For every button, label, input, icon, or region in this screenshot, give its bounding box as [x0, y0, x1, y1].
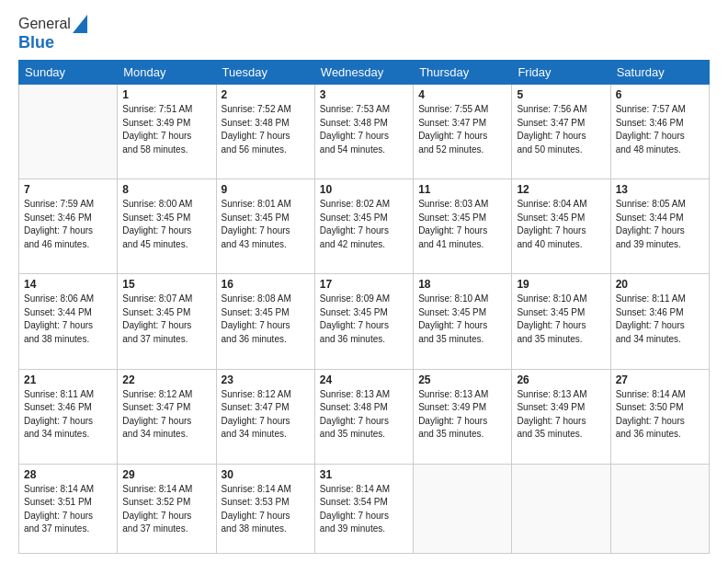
day-number: 11 [418, 183, 506, 196]
day-cell: 29Sunrise: 8:14 AM Sunset: 3:52 PM Dayli… [118, 464, 216, 553]
day-info: Sunrise: 8:10 AM Sunset: 3:45 PM Dayligh… [418, 293, 506, 346]
day-info: Sunrise: 8:04 AM Sunset: 3:45 PM Dayligh… [517, 198, 605, 251]
day-cell: 19Sunrise: 8:10 AM Sunset: 3:45 PM Dayli… [512, 274, 610, 369]
day-info: Sunrise: 8:12 AM Sunset: 3:47 PM Dayligh… [122, 388, 210, 442]
logo-blue-text: Blue [18, 33, 54, 52]
day-cell: 17Sunrise: 8:09 AM Sunset: 3:45 PM Dayli… [314, 274, 413, 369]
weekday-header-wednesday: Wednesday [314, 61, 413, 85]
day-number: 29 [122, 468, 210, 481]
day-info: Sunrise: 8:11 AM Sunset: 3:46 PM Dayligh… [24, 388, 112, 442]
weekday-header-thursday: Thursday [414, 61, 512, 85]
week-row-4: 28Sunrise: 8:14 AM Sunset: 3:51 PM Dayli… [19, 464, 710, 553]
day-cell: 7Sunrise: 7:59 AM Sunset: 3:46 PM Daylig… [19, 179, 118, 274]
day-cell: 31Sunrise: 8:14 AM Sunset: 3:54 PM Dayli… [314, 464, 413, 553]
day-cell: 10Sunrise: 8:02 AM Sunset: 3:45 PM Dayli… [314, 179, 413, 274]
day-number: 25 [418, 373, 506, 386]
day-number: 2 [222, 88, 310, 101]
day-number: 19 [517, 278, 605, 291]
svg-marker-0 [73, 15, 87, 33]
logo: General Blue [18, 15, 87, 52]
day-info: Sunrise: 8:09 AM Sunset: 3:45 PM Dayligh… [320, 293, 408, 346]
day-number: 4 [418, 88, 506, 101]
day-info: Sunrise: 8:11 AM Sunset: 3:46 PM Dayligh… [616, 293, 704, 346]
day-cell: 26Sunrise: 8:13 AM Sunset: 3:49 PM Dayli… [512, 369, 610, 464]
day-number: 12 [517, 183, 605, 196]
day-number: 10 [320, 183, 408, 196]
day-cell: 5Sunrise: 7:56 AM Sunset: 3:47 PM Daylig… [512, 85, 610, 179]
day-number: 23 [222, 373, 310, 386]
logo-general-text: General [18, 16, 71, 32]
day-cell: 2Sunrise: 7:52 AM Sunset: 3:48 PM Daylig… [216, 85, 314, 179]
day-cell: 25Sunrise: 8:13 AM Sunset: 3:49 PM Dayli… [414, 369, 512, 464]
day-info: Sunrise: 8:00 AM Sunset: 3:45 PM Dayligh… [122, 198, 210, 251]
weekday-header-sunday: Sunday [19, 61, 118, 85]
day-cell: 15Sunrise: 8:07 AM Sunset: 3:45 PM Dayli… [118, 274, 216, 369]
day-cell: 13Sunrise: 8:05 AM Sunset: 3:44 PM Dayli… [610, 179, 709, 274]
day-number: 15 [122, 278, 210, 291]
day-info: Sunrise: 8:13 AM Sunset: 3:49 PM Dayligh… [418, 388, 506, 442]
day-info: Sunrise: 7:53 AM Sunset: 3:48 PM Dayligh… [320, 103, 408, 156]
day-number: 14 [24, 278, 112, 291]
day-info: Sunrise: 8:13 AM Sunset: 3:49 PM Dayligh… [517, 388, 605, 442]
week-row-0: 1Sunrise: 7:51 AM Sunset: 3:49 PM Daylig… [19, 85, 710, 179]
day-cell [19, 85, 118, 179]
day-info: Sunrise: 8:06 AM Sunset: 3:44 PM Dayligh… [24, 293, 112, 346]
day-number: 30 [222, 468, 310, 481]
day-info: Sunrise: 7:59 AM Sunset: 3:46 PM Dayligh… [24, 198, 112, 251]
day-info: Sunrise: 8:05 AM Sunset: 3:44 PM Dayligh… [616, 198, 704, 251]
calendar-table: SundayMondayTuesdayWednesdayThursdayFrid… [18, 60, 710, 554]
weekday-header-monday: Monday [118, 61, 216, 85]
week-row-1: 7Sunrise: 7:59 AM Sunset: 3:46 PM Daylig… [19, 179, 710, 274]
day-number: 28 [24, 468, 112, 481]
day-cell: 8Sunrise: 8:00 AM Sunset: 3:45 PM Daylig… [118, 179, 216, 274]
day-number: 3 [320, 88, 408, 101]
day-cell: 27Sunrise: 8:14 AM Sunset: 3:50 PM Dayli… [610, 369, 709, 464]
day-number: 24 [320, 373, 408, 386]
day-number: 5 [517, 88, 605, 101]
day-cell: 23Sunrise: 8:12 AM Sunset: 3:47 PM Dayli… [216, 369, 314, 464]
day-number: 9 [222, 183, 310, 196]
day-number: 20 [616, 278, 704, 291]
day-info: Sunrise: 7:55 AM Sunset: 3:47 PM Dayligh… [418, 103, 506, 156]
day-cell: 11Sunrise: 8:03 AM Sunset: 3:45 PM Dayli… [414, 179, 512, 274]
day-number: 7 [24, 183, 112, 196]
header-row: SundayMondayTuesdayWednesdayThursdayFrid… [19, 61, 710, 85]
day-cell: 9Sunrise: 8:01 AM Sunset: 3:45 PM Daylig… [216, 179, 314, 274]
day-number: 22 [122, 373, 210, 386]
day-cell [414, 464, 512, 553]
day-number: 27 [616, 373, 704, 386]
weekday-header-tuesday: Tuesday [216, 61, 314, 85]
day-info: Sunrise: 8:12 AM Sunset: 3:47 PM Dayligh… [222, 388, 310, 442]
day-number: 16 [222, 278, 310, 291]
day-cell: 1Sunrise: 7:51 AM Sunset: 3:49 PM Daylig… [118, 85, 216, 179]
day-cell: 24Sunrise: 8:13 AM Sunset: 3:48 PM Dayli… [314, 369, 413, 464]
day-number: 26 [517, 373, 605, 386]
week-row-2: 14Sunrise: 8:06 AM Sunset: 3:44 PM Dayli… [19, 274, 710, 369]
day-cell: 20Sunrise: 8:11 AM Sunset: 3:46 PM Dayli… [610, 274, 709, 369]
day-cell: 22Sunrise: 8:12 AM Sunset: 3:47 PM Dayli… [118, 369, 216, 464]
day-cell: 18Sunrise: 8:10 AM Sunset: 3:45 PM Dayli… [414, 274, 512, 369]
day-cell [512, 464, 610, 553]
week-row-3: 21Sunrise: 8:11 AM Sunset: 3:46 PM Dayli… [19, 369, 710, 464]
day-cell [610, 464, 709, 553]
header: General Blue [18, 15, 710, 52]
day-cell: 30Sunrise: 8:14 AM Sunset: 3:53 PM Dayli… [216, 464, 314, 553]
day-info: Sunrise: 8:14 AM Sunset: 3:53 PM Dayligh… [222, 483, 310, 536]
day-info: Sunrise: 7:56 AM Sunset: 3:47 PM Dayligh… [517, 103, 605, 156]
day-info: Sunrise: 8:13 AM Sunset: 3:48 PM Dayligh… [320, 388, 408, 442]
weekday-header-saturday: Saturday [610, 61, 709, 85]
page: General Blue SundayMondayTuesdayWednesda… [0, 0, 728, 563]
day-cell: 4Sunrise: 7:55 AM Sunset: 3:47 PM Daylig… [414, 85, 512, 179]
day-cell: 16Sunrise: 8:08 AM Sunset: 3:45 PM Dayli… [216, 274, 314, 369]
day-info: Sunrise: 8:10 AM Sunset: 3:45 PM Dayligh… [517, 293, 605, 346]
day-info: Sunrise: 8:14 AM Sunset: 3:54 PM Dayligh… [320, 483, 408, 536]
logo-icon [73, 15, 87, 33]
day-info: Sunrise: 8:14 AM Sunset: 3:52 PM Dayligh… [122, 483, 210, 536]
day-number: 13 [616, 183, 704, 196]
day-info: Sunrise: 7:57 AM Sunset: 3:46 PM Dayligh… [616, 103, 704, 156]
day-info: Sunrise: 8:14 AM Sunset: 3:50 PM Dayligh… [616, 388, 704, 442]
day-info: Sunrise: 8:07 AM Sunset: 3:45 PM Dayligh… [122, 293, 210, 346]
day-info: Sunrise: 8:14 AM Sunset: 3:51 PM Dayligh… [24, 483, 112, 536]
day-number: 6 [616, 88, 704, 101]
day-info: Sunrise: 7:51 AM Sunset: 3:49 PM Dayligh… [122, 103, 210, 156]
